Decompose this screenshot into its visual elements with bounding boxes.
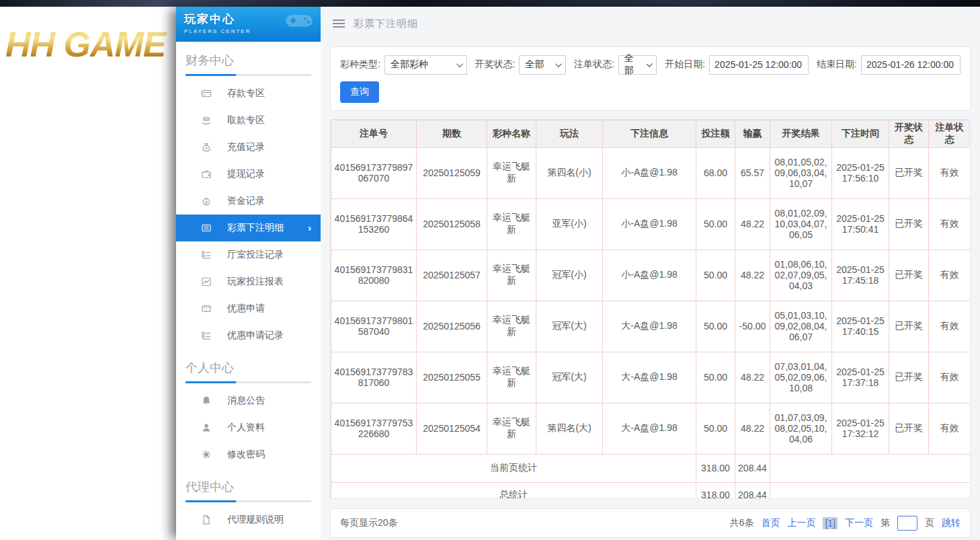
sidebar-item-agent-rules[interactable]: 代理规则说明 [176, 506, 321, 533]
bet-info-cell: 大-A盘@1.98 [603, 301, 696, 352]
table-row: 401569173779801587040 20250125056 幸运飞艇新 … [331, 301, 971, 352]
draw-status-value: 全部 [525, 59, 544, 71]
bell-icon [201, 395, 212, 406]
current-page-summary-empty [770, 454, 971, 482]
grand-total-label: 总统计 [331, 482, 696, 499]
start-date-input[interactable] [709, 55, 809, 75]
play-cell: 亚军(小) [536, 198, 603, 249]
draw-result-cell: 08,01,02,09,10,03,04,07,06,05 [770, 198, 832, 249]
order-status-value: 全部 [624, 52, 640, 77]
gamepad-icon [284, 11, 314, 31]
sidebar-item-label: 厅室投注记录 [227, 249, 284, 261]
page-jump-prefix: 第 [881, 517, 890, 529]
order-no-cell: 401569173779801587040 [331, 301, 417, 352]
sidebar-item-deposit-zone[interactable]: 存款专区 [176, 80, 321, 107]
table-row: 401569173779783817060 20250125055 幸运飞艇新 … [331, 352, 971, 403]
sidebar-item-profile[interactable]: 个人资料 [176, 414, 321, 441]
per-page-label: 每页显示20条 [340, 517, 398, 529]
current-page-summary-row: 当前页统计 318.00 208.44 [331, 454, 971, 482]
period-cell: 20250125057 [417, 249, 487, 301]
sidebar-item-label: 彩票下注明细 [227, 222, 284, 234]
draw-result-cell: 01,07,03,09,08,02,05,10,04,06 [770, 403, 832, 454]
period-cell: 20250125058 [417, 198, 487, 249]
order-status-select[interactable]: 全部 [618, 55, 657, 75]
sidebar-item-label: 消息公告 [227, 395, 265, 407]
end-date-input[interactable] [861, 55, 961, 75]
document-icon [201, 514, 212, 525]
section-title-finance: 财务中心 [176, 42, 321, 74]
order-status-cell: 有效 [929, 249, 971, 301]
order-status-cell: 有效 [929, 147, 971, 198]
section-underline [186, 381, 311, 383]
bet-amount-cell: 50.00 [696, 403, 735, 454]
period-cell: 20250125055 [417, 352, 487, 403]
sidebar-item-label: 优惠申请记录 [227, 330, 284, 342]
header-draw-result: 开奖结果 [770, 120, 832, 147]
table-row: 401569173779897067070 20250125059 幸运飞艇新 … [331, 147, 971, 198]
play-cell: 冠军(小) [536, 249, 603, 301]
sidebar-item-lottery-bet-details[interactable]: 彩票下注明细 › [176, 215, 321, 241]
bet-amount-cell: 50.00 [696, 249, 735, 301]
lottery-name-cell: 幸运飞艇新 [487, 403, 536, 454]
sidebar-item-promo-apply-records[interactable]: 优惠申请记录 [176, 322, 321, 349]
chevron-right-icon: › [308, 223, 311, 233]
app-panel: 玩家中心 PLAYERS CENTER 财务中心 存款专区 取款专区 充值记录 … [176, 7, 980, 540]
sidebar-item-change-password[interactable]: 修改密码 [176, 441, 321, 468]
sidebar-item-messages[interactable]: 消息公告 [176, 387, 321, 414]
draw-status-cell: 已开奖 [889, 301, 929, 352]
lottery-type-select[interactable]: 全部彩种 [384, 55, 467, 75]
page-title: 彩票下注明细 [354, 17, 418, 30]
bet-list-icon [201, 223, 212, 233]
sidebar-item-withdraw-zone[interactable]: 取款专区 [176, 107, 321, 134]
next-page-link[interactable]: 下一页 [845, 517, 873, 529]
pagination-bar: 每页显示20条 共6条 首页 上一页 [1] 下一页 第 页 跳转 [330, 508, 971, 538]
money-bag-icon [201, 142, 212, 153]
prev-page-link[interactable]: 上一页 [787, 517, 815, 529]
site-logo-area: HH GAME [0, 7, 176, 540]
table-row: 401569173779753226680 20250125054 幸运飞艇新 … [331, 403, 971, 454]
grand-total-winloss: 208.44 [735, 482, 770, 499]
top-dark-bar [0, 0, 980, 7]
winloss-cell: 48.22 [735, 352, 770, 403]
lottery-name-cell: 幸运飞艇新 [487, 301, 536, 352]
play-cell: 冠军(大) [536, 301, 603, 352]
first-page-link[interactable]: 首页 [761, 517, 780, 529]
period-cell: 20250125054 [417, 403, 487, 454]
winloss-cell: 48.22 [735, 249, 770, 301]
query-button[interactable]: 查询 [340, 81, 379, 103]
grand-total-bet: 318.00 [696, 482, 735, 499]
sidebar-item-agent-team-stats[interactable]: 代理团队统计 [176, 533, 321, 540]
bet-details-table: 注单号 期数 彩种名称 玩法 下注信息 投注额 输赢 开奖结果 下注时间 开奖状… [331, 120, 971, 499]
draw-result-cell: 08,01,05,02,09,06,03,04,10,07 [770, 147, 832, 198]
bet-amount-cell: 50.00 [696, 352, 735, 403]
sidebar-item-withdrawal-records[interactable]: 提现记录 [176, 161, 321, 188]
filter-panel: 彩种类型: 全部彩种 开奖状态: 全部 注单状态: 全部 开始日期: 结束日期: [330, 46, 971, 111]
main-content: 彩票下注明细 彩种类型: 全部彩种 开奖状态: 全部 注单状态: 全部 [321, 7, 980, 540]
sidebar-item-recharge-records[interactable]: 充值记录 [176, 134, 321, 161]
sidebar-item-promo-apply[interactable]: 优惠申请 [176, 295, 321, 322]
bet-time-cell: 2025-01-25 17:45:18 [832, 249, 889, 301]
lottery-name-cell: 幸运飞艇新 [487, 198, 536, 249]
bet-amount-cell: 50.00 [696, 301, 735, 352]
draw-status-cell: 已开奖 [889, 198, 929, 249]
bet-info-cell: 小-A盘@1.98 [603, 249, 696, 301]
page-jump-input[interactable] [897, 516, 917, 531]
current-page-summary-label: 当前页统计 [331, 454, 696, 482]
header-bet-amount: 投注额 [696, 120, 735, 147]
header-bet-info: 下注信息 [603, 120, 696, 147]
sidebar-item-hall-bet-records[interactable]: 厅室投注记录 [176, 241, 321, 268]
bet-info-cell: 大-A盘@1.98 [603, 403, 696, 454]
bet-time-cell: 2025-01-25 17:40:15 [832, 301, 889, 352]
sidebar-item-funds-records[interactable]: 资金记录 [176, 188, 321, 215]
current-page-winloss-total: 208.44 [735, 454, 770, 482]
sidebar-item-player-bet-report[interactable]: 玩家投注报表 [176, 268, 321, 295]
bank-card-icon [201, 88, 212, 99]
lottery-type-label: 彩种类型: [340, 59, 380, 71]
sidebar-item-label: 修改密码 [227, 449, 265, 461]
list-check-icon [201, 330, 212, 341]
winloss-cell: 65.57 [735, 147, 770, 198]
draw-status-select[interactable]: 全部 [519, 55, 565, 75]
hamburger-menu-icon[interactable] [333, 20, 345, 28]
page-jump-suffix: 页 [925, 517, 934, 529]
jump-link[interactable]: 跳转 [942, 517, 961, 529]
